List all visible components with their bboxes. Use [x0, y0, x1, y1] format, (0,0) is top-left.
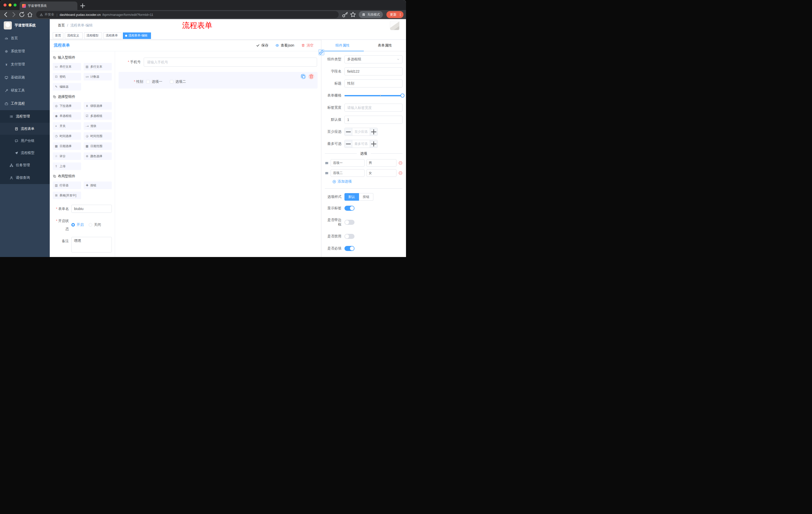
- option-style-default[interactable]: 默认: [344, 193, 359, 201]
- palette-item[interactable]: ▭ 单行文本: [53, 63, 81, 71]
- remove-option-icon[interactable]: [399, 171, 403, 175]
- palette-item[interactable]: ⇧ 上传: [53, 162, 81, 170]
- increase-button[interactable]: [370, 140, 377, 147]
- drag-handle-icon[interactable]: [325, 161, 329, 165]
- tag-process-form-edit[interactable]: 流程表单-编辑: [123, 32, 151, 39]
- palette-item[interactable]: ◉ 单选框组: [53, 112, 81, 120]
- sidebar-item-workflow[interactable]: 工作流程: [0, 97, 50, 110]
- forward-button[interactable]: [10, 11, 17, 18]
- save-button[interactable]: 保存: [256, 43, 268, 48]
- palette-item[interactable]: ▩ 日期范围: [84, 142, 112, 150]
- tag-home[interactable]: 首页: [53, 32, 63, 39]
- switch-required[interactable]: [344, 246, 354, 251]
- home-button[interactable]: [27, 11, 33, 18]
- component-type-select[interactable]: 多选框组: [344, 55, 403, 63]
- sidebar-item-process-model[interactable]: 流程模型: [0, 147, 50, 159]
- gender-field-selected[interactable]: 性别 选项一 选项二: [119, 72, 318, 88]
- option-value-input[interactable]: [367, 169, 397, 177]
- min-select-stepper[interactable]: 至少应选: [344, 128, 378, 136]
- palette-item[interactable]: ✎ 编辑器: [53, 83, 81, 90]
- phone-field[interactable]: 手机号: [119, 55, 318, 69]
- breadcrumb-home[interactable]: 首页: [58, 23, 65, 28]
- palette-item[interactable]: ▤ 多行文本: [84, 63, 112, 71]
- phone-input[interactable]: [144, 58, 317, 66]
- zoom-window-button[interactable]: [13, 3, 17, 6]
- default-value-input[interactable]: [344, 116, 403, 124]
- switch-disabled[interactable]: [344, 234, 354, 239]
- sidebar-item-system-manage[interactable]: 系统管理: [0, 45, 50, 58]
- option-label-input[interactable]: [330, 159, 365, 167]
- palette-item[interactable]: ⊡ 密码: [53, 73, 81, 80]
- increase-button[interactable]: [370, 128, 377, 136]
- max-select-stepper[interactable]: 最多可选: [344, 140, 378, 148]
- remark-textarea[interactable]: 嘿嘿: [71, 237, 112, 252]
- decrease-button[interactable]: [345, 140, 352, 147]
- decrease-button[interactable]: [345, 128, 352, 136]
- form-grid-slider[interactable]: [344, 91, 403, 100]
- tab-component-props[interactable]: 组件属性: [321, 40, 364, 51]
- address-bar[interactable]: 不安全 | dashboard.yudao.iocoder.cn/bpm/man…: [36, 11, 339, 18]
- label-width-input[interactable]: [344, 104, 403, 112]
- palette-item[interactable]: ◶ 时间范围: [84, 132, 112, 140]
- palette-item[interactable]: ▥ 行容器: [53, 182, 81, 189]
- form-name-input[interactable]: [71, 205, 112, 213]
- copy-widget-button[interactable]: [300, 74, 306, 79]
- tab-form-props[interactable]: 表单属性: [364, 40, 406, 51]
- palette-item[interactable]: ⊞ 表格[开发中]: [53, 192, 81, 199]
- sidebar-item-leave-query[interactable]: 请假查询: [0, 171, 50, 184]
- checkbox-option[interactable]: 选项一: [146, 79, 162, 84]
- palette-item[interactable]: ☑ 多选框组: [84, 112, 112, 120]
- tag-process-model[interactable]: 流程模型: [84, 32, 102, 39]
- close-window-button[interactable]: [3, 3, 6, 6]
- browser-tab[interactable]: 芋道管理系统: [20, 1, 77, 10]
- sidebar-item-task-manage[interactable]: 任务管理: [0, 159, 50, 171]
- minimize-window-button[interactable]: [8, 3, 11, 6]
- option-style-button[interactable]: 按钮: [359, 193, 373, 201]
- add-option-button[interactable]: 添加选项: [332, 179, 403, 184]
- option-label-input[interactable]: [330, 169, 365, 177]
- sidebar-item-dev-tools[interactable]: 研发工具: [0, 84, 50, 97]
- tag-process-form[interactable]: 流程表单: [104, 32, 121, 39]
- key-icon[interactable]: [342, 11, 348, 18]
- link-button[interactable]: [318, 49, 324, 55]
- sidebar-item-home[interactable]: 首页: [0, 32, 50, 45]
- sidebar-item-process-form[interactable]: 流程表单: [0, 123, 50, 135]
- palette-item[interactable]: ⋔ 级联选择: [84, 102, 112, 110]
- radio-closed[interactable]: 关闭: [89, 222, 101, 227]
- back-button[interactable]: [2, 11, 9, 18]
- form-canvas[interactable]: 手机号 性别 选项一 选项二: [115, 51, 321, 257]
- radio-open[interactable]: 开启: [71, 222, 84, 227]
- new-tab-button[interactable]: [79, 2, 86, 9]
- sidebar-item-payment-manage[interactable]: ¥ 支付管理: [0, 58, 50, 71]
- slider-handle[interactable]: [401, 93, 405, 98]
- tag-process-definition[interactable]: 流程定义: [65, 32, 83, 39]
- checkbox-option[interactable]: 选项二: [170, 79, 186, 84]
- palette-item[interactable]: ◐ 开关: [53, 122, 81, 130]
- bookmark-star-icon[interactable]: [350, 11, 356, 18]
- clear-button[interactable]: 清空: [301, 43, 314, 48]
- reload-button[interactable]: [19, 11, 25, 18]
- field-name-input[interactable]: [344, 67, 403, 76]
- palette-item[interactable]: ☆ 评分: [53, 153, 81, 160]
- palette-item[interactable]: ⊚ 颜色选择: [84, 153, 112, 160]
- palette-item[interactable]: ◷ 时间选择: [53, 132, 81, 140]
- switch-border[interactable]: [344, 220, 354, 225]
- browser-menu-icon[interactable]: [399, 13, 402, 16]
- delete-widget-button[interactable]: [309, 74, 314, 79]
- palette-item[interactable]: 123 计数器: [84, 73, 112, 80]
- palette-item[interactable]: ◎ 下拉选择: [53, 102, 81, 110]
- sidebar-item-user-group[interactable]: 用户分组: [0, 135, 50, 147]
- view-json-button[interactable]: 查看json: [276, 43, 294, 48]
- palette-item[interactable]: —● 滑块: [84, 122, 112, 130]
- sidebar-item-infrastructure[interactable]: 基础设施: [0, 71, 50, 84]
- title-input[interactable]: [344, 79, 403, 87]
- palette-item[interactable]: ✚ 按钮: [84, 182, 112, 189]
- update-button[interactable]: 更新: [386, 11, 404, 18]
- switch-show-label[interactable]: [344, 206, 354, 211]
- user-avatar[interactable]: [390, 21, 400, 30]
- remove-option-icon[interactable]: [399, 161, 403, 165]
- drag-handle-icon[interactable]: [325, 171, 329, 175]
- sidebar-item-process-manage[interactable]: 流程管理: [0, 110, 50, 123]
- palette-item[interactable]: ▦ 日期选择: [53, 142, 81, 150]
- option-value-input[interactable]: [367, 159, 397, 167]
